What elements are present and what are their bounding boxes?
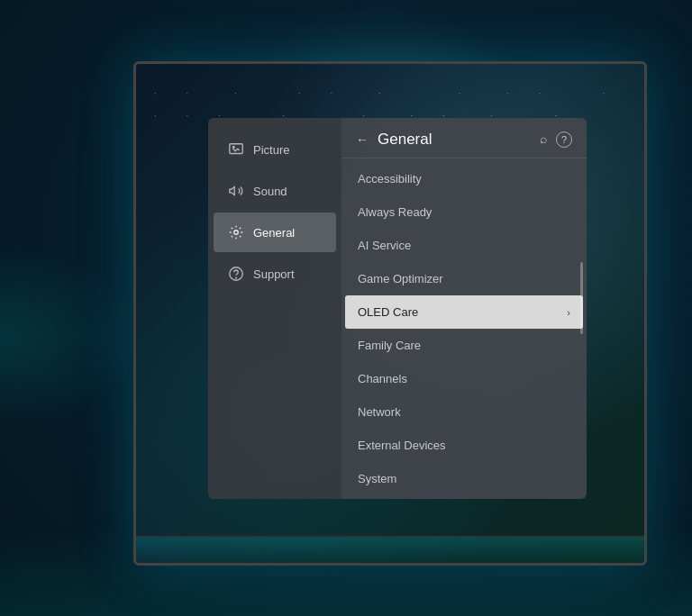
panel-item-game-optimizer[interactable]: Game Optimizer [341,262,587,295]
accessibility-label: Accessibility [358,172,422,186]
picture-icon [228,141,244,158]
general-icon [228,224,244,240]
support-label: Support [253,267,295,281]
tv-frame: Picture Sound General [133,61,647,566]
external-devices-label: External Devices [358,439,446,452]
general-label: General [253,226,295,240]
help-button[interactable]: ? [556,131,572,148]
ai-service-label: AI Service [358,239,411,252]
menu-overlay: Picture Sound General [208,118,587,499]
sidebar-item-support[interactable]: Support [214,254,336,294]
scrollbar[interactable] [580,262,583,334]
svg-point-4 [236,277,237,278]
oled-care-label: OLED Care [358,305,418,319]
panel-item-oled-care[interactable]: OLED Care › [345,295,583,329]
panel-title: General [378,131,432,149]
panel-item-channels[interactable]: Channels [341,362,587,395]
sidebar-item-picture[interactable]: Picture [214,130,336,169]
sound-label: Sound [253,185,287,198]
panel-item-ai-service[interactable]: AI Service [341,229,587,262]
svg-point-2 [234,231,239,235]
oled-care-chevron: › [567,307,570,318]
network-label: Network [358,405,401,419]
sidebar-menu: Picture Sound General [208,118,341,499]
panel-item-family-care[interactable]: Family Care [341,329,587,362]
game-optimizer-label: Game Optimizer [358,272,443,285]
left-glow [0,247,144,427]
search-button[interactable]: ⌕ [540,131,547,148]
sound-icon [228,183,244,199]
family-care-label: Family Care [358,339,421,352]
panel-header-left: ← General [356,131,432,149]
panel-item-network[interactable]: Network [341,395,587,429]
tv-bottom [136,536,644,563]
back-button[interactable]: ← [356,132,369,147]
support-icon [228,266,244,282]
channels-label: Channels [358,372,407,385]
svg-rect-0 [230,144,242,154]
panel-item-system[interactable]: System [341,462,587,495]
panel-item-external-devices[interactable]: External Devices [341,429,587,462]
sidebar-item-general[interactable]: General [214,213,336,252]
panel-header: ← General ⌕ ? [341,118,587,159]
sidebar-item-sound[interactable]: Sound [214,171,336,211]
svg-point-1 [232,146,234,148]
panel-item-accessibility[interactable]: Accessibility [341,162,587,195]
general-panel: ← General ⌕ ? Accessibility Always Ready… [341,118,587,499]
always-ready-label: Always Ready [358,205,432,219]
panel-item-always-ready[interactable]: Always Ready [341,195,587,229]
panel-header-right: ⌕ ? [540,131,572,148]
system-label: System [358,472,396,485]
picture-label: Picture [253,143,289,157]
panel-items: Accessibility Always Ready AI Service Ga… [341,159,587,499]
